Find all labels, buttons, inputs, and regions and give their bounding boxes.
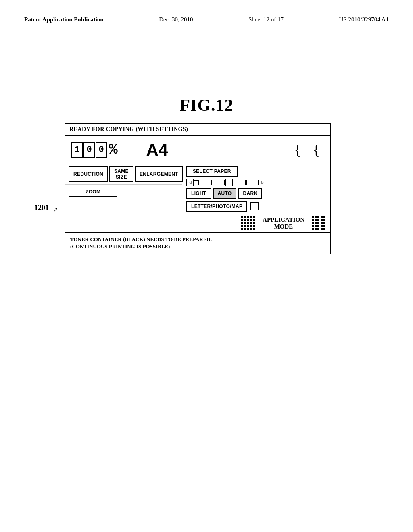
exp-sq-2	[200, 180, 205, 185]
enlargement-button[interactable]: ENLARGEMENT	[135, 166, 183, 182]
ref-arrow: ↗	[53, 206, 58, 213]
display-row: 1 0 0 % A4 { {	[65, 136, 330, 164]
letter-photo-map-button[interactable]: LETTER/PHOTO/MAP	[186, 201, 247, 212]
zoom-digit-3: 0	[96, 142, 107, 158]
patent-number: US 2010/329704 A1	[339, 16, 389, 23]
app-mode-text: APPLICATION MODE	[263, 216, 305, 230]
app-mode-row: APPLICATION MODE	[65, 214, 330, 232]
exp-sq-10	[253, 180, 259, 185]
copier-display-panel: READY FOR COPYING (WITH SETTINGS) 1 0 0 …	[65, 123, 331, 254]
exp-sq-8	[240, 180, 246, 185]
scale-buttons-row: REDUCTION SAME SIZE ENLARGEMENT	[65, 164, 182, 185]
bracket-icons: { {	[294, 141, 324, 158]
letter-photo-map-row: LETTER/PHOTO/MAP	[186, 201, 326, 212]
exposure-right-arrow[interactable]: ▷	[259, 179, 266, 186]
select-paper-button[interactable]: SELECT PAPER	[186, 166, 238, 177]
grid-left-icon	[241, 216, 255, 230]
app-mode-container: APPLICATION MODE	[241, 216, 326, 230]
exp-sq-1	[194, 180, 199, 185]
select-paper-row: SELECT PAPER	[186, 166, 326, 177]
message-line-1: TONER CONTAINER (BLACK) NEEDS TO BE PREP…	[70, 236, 325, 243]
exp-sq-6	[225, 179, 233, 186]
paper-size-text: A4	[146, 140, 168, 160]
zoom-button-row: ZOOM	[65, 185, 182, 199]
toner-message-bar: TONER CONTAINER (BLACK) NEEDS TO BE PREP…	[65, 232, 330, 254]
paper-stack-icon	[134, 148, 144, 150]
zoom-display: 1 0 0 %	[71, 141, 118, 158]
grid-right-icon	[312, 216, 326, 230]
light-button[interactable]: LIGHT	[186, 188, 211, 199]
date-label: Dec. 30, 2010	[159, 16, 193, 23]
same-size-button[interactable]: SAME SIZE	[109, 166, 133, 182]
publication-label: Patent Application Publication	[24, 16, 104, 23]
right-section: SELECT PAPER ◁	[182, 164, 330, 214]
figure-title: FIG.12	[0, 96, 413, 115]
middle-section: REDUCTION SAME SIZE ENLARGEMENT ZOOM SEL…	[65, 164, 330, 214]
exposure-squares	[194, 179, 259, 186]
zoom-button[interactable]: ZOOM	[69, 187, 117, 197]
page-header: Patent Application Publication Dec. 30, …	[0, 0, 413, 31]
paper-display: A4	[134, 140, 168, 160]
ref-label-1201: 1201	[34, 204, 49, 212]
zoom-digit-2: 0	[83, 142, 95, 158]
zoom-percent-sign: %	[109, 141, 118, 158]
exp-sq-4	[213, 180, 218, 185]
exp-sq-9	[246, 180, 252, 185]
left-bracket-icon: { {	[294, 142, 324, 158]
status-bar: READY FOR COPYING (WITH SETTINGS)	[65, 124, 330, 136]
exposure-indicator-row: ◁ ▷	[186, 179, 326, 186]
exposure-left-arrow[interactable]: ◁	[186, 179, 194, 186]
letter-small-square	[250, 202, 259, 210]
zoom-digit-1: 1	[71, 142, 83, 158]
light-auto-dark-row: LIGHT AUTO DARK	[186, 188, 326, 199]
exp-sq-5	[219, 180, 225, 185]
message-line-2: (CONTINUOUS PRINTING IS POSSIBLE)	[70, 243, 325, 250]
reduction-button[interactable]: REDUCTION	[69, 166, 108, 182]
sheet-info: Sheet 12 of 17	[248, 16, 284, 23]
left-section: REDUCTION SAME SIZE ENLARGEMENT ZOOM	[65, 164, 182, 214]
exp-sq-3	[206, 180, 212, 185]
dark-button[interactable]: DARK	[238, 188, 262, 199]
status-text: READY FOR COPYING (WITH SETTINGS)	[69, 126, 188, 132]
exp-sq-7	[234, 180, 239, 185]
auto-button[interactable]: AUTO	[213, 188, 237, 199]
